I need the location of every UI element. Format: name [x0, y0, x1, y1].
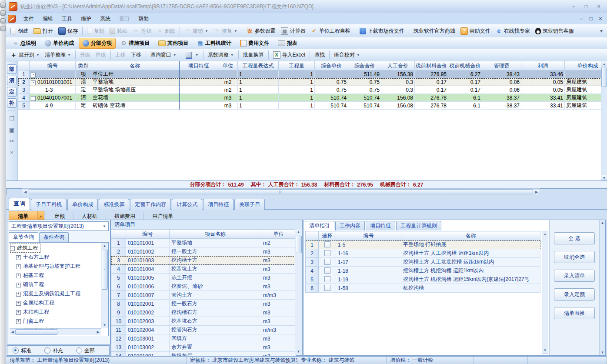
- tab-work-content[interactable]: 工作内容: [335, 221, 365, 230]
- voice-proofread-button[interactable]: 语音校对▼: [331, 50, 363, 60]
- scroll-left-icon[interactable]: ◀: [22, 190, 28, 194]
- move-down-button[interactable]: 下移: [128, 50, 144, 60]
- mdi-minimize-button[interactable]: –: [577, 16, 586, 22]
- list-item[interactable]: 8010102001挖一般石方m3: [111, 300, 296, 308]
- titlebar-close-button[interactable]: ×: [593, 3, 604, 10]
- tree-item[interactable]: +桩基工程: [10, 271, 101, 280]
- coefficient-adjust-button[interactable]: 系数调整▼: [205, 50, 237, 60]
- collapse-icon[interactable]: -: [31, 73, 36, 77]
- batch-conversion-button[interactable]: 批量换算: [240, 50, 267, 60]
- deselect-all-button[interactable]: 取消全选: [554, 251, 595, 263]
- tab-list-guide[interactable]: 清单指引: [305, 221, 334, 230]
- col-header[interactable]: 单位: [218, 61, 238, 70]
- scroll-thumb[interactable]: [296, 236, 302, 253]
- scroll-thumb[interactable]: |||: [29, 189, 533, 194]
- titlebar-minimize-button[interactable]: –: [568, 3, 579, 10]
- side-insert-quota-button[interactable]: 定: [7, 87, 17, 97]
- scroll-left-icon[interactable]: ◀: [10, 330, 15, 334]
- checkbox[interactable]: [324, 267, 330, 274]
- scroll-thumb[interactable]: ≡: [102, 250, 108, 290]
- tree-item[interactable]: +金属结构工程: [10, 298, 101, 307]
- side-cut-row-icon[interactable]: ✂: [7, 136, 17, 146]
- paste-button[interactable]: 粘贴: [107, 26, 130, 36]
- menu-help[interactable]: 帮助: [134, 13, 153, 24]
- scroll-up-icon[interactable]: ▲: [544, 231, 547, 237]
- save-button[interactable]: 保存: [56, 26, 80, 36]
- import-excel-button[interactable]: 导入Excel: [270, 50, 308, 60]
- list-item[interactable]: 10010102003挖基坑石方m3: [111, 317, 296, 326]
- col-header[interactable]: 项目名称: [170, 230, 261, 239]
- select-all-button[interactable]: 全 选: [554, 232, 595, 244]
- tab-subsection[interactable]: 分部分项: [79, 38, 116, 49]
- scroll-down-icon[interactable]: ▼: [601, 175, 607, 181]
- tab-measure-items[interactable]: 措施项目: [117, 38, 153, 49]
- scroll-right-icon[interactable]: ▶: [95, 330, 101, 334]
- grid-row[interactable]: 54-9定砖砌体 空花墙m311510.74510.74156.08276.78…: [18, 102, 601, 110]
- move-up-button[interactable]: 上移: [113, 50, 128, 60]
- replace-list-button[interactable]: 清单替换: [554, 307, 595, 319]
- scroll-down-icon[interactable]: ▼: [544, 347, 547, 353]
- tab-quota-work-content[interactable]: 定额工作内容: [130, 199, 171, 210]
- col-header[interactable]: 编号: [126, 230, 170, 239]
- create-button[interactable]: 创建: [8, 26, 31, 36]
- collapse-icon[interactable]: -: [31, 80, 36, 85]
- menu-file[interactable]: 文件: [19, 13, 38, 24]
- side-insert-list-item-button[interactable]: 清: [7, 76, 17, 85]
- guide-row[interactable]: 61-58机挖沟槽: [306, 284, 540, 293]
- checkbox[interactable]: [324, 285, 330, 291]
- col-header[interactable]: 类别: [76, 61, 91, 70]
- insert-quota-button[interactable]: 录入定额: [554, 288, 595, 301]
- grid-row[interactable]: 1-项单位工程11511.49156.38276.956.2738.4333.4…: [18, 70, 601, 78]
- organize-list-button[interactable]: 清单整理▼: [42, 50, 73, 60]
- tab-quantity-calc-rule[interactable]: 工程量计算规则: [396, 221, 441, 230]
- panel-vertical-scrollbar[interactable]: ▲ ▼: [599, 220, 605, 355]
- tab-condition-query[interactable]: 条件查询: [39, 232, 69, 242]
- expand-to-button[interactable]: 展开到▼: [8, 50, 42, 60]
- copy-button[interactable]: 复制: [84, 26, 107, 36]
- scroll-down-icon[interactable]: ▼: [103, 322, 107, 328]
- tab-other-items[interactable]: 其他项目: [154, 38, 192, 49]
- grid-vertical-scrollbar[interactable]: ▲ ▼: [601, 61, 607, 181]
- scroll-thumb[interactable]: [15, 329, 57, 335]
- tree-root[interactable]: -建筑工程: [10, 244, 40, 253]
- expand-icon[interactable]: +: [16, 283, 21, 287]
- tree-item[interactable]: +地基处理与边坡支护工程: [10, 262, 101, 271]
- col-header[interactable]: 名称: [91, 61, 179, 70]
- insert-list-button[interactable]: 录入清单: [554, 270, 595, 282]
- tab-fee-file[interactable]: 费用文件: [236, 38, 273, 49]
- scroll-up-icon[interactable]: ▲: [601, 61, 607, 67]
- guide-row[interactable]: 41-18挖沟槽土方 机挖沟槽 运距1km以内: [306, 267, 540, 275]
- tab-query[interactable]: 查 询: [9, 198, 30, 210]
- checkbox[interactable]: [324, 250, 330, 256]
- expand-icon[interactable]: +: [16, 319, 21, 324]
- checkbox[interactable]: [324, 259, 330, 265]
- list-item[interactable]: 3010101003挖沟槽土方m3: [111, 256, 296, 265]
- scroll-down-icon[interactable]: ▼: [601, 350, 604, 355]
- col-header[interactable]: 工程量表达式: [238, 61, 279, 70]
- tab-price-composition[interactable]: 单价构成: [67, 199, 98, 210]
- tree-item[interactable]: +木结构工程: [10, 307, 101, 317]
- col-header[interactable]: 综合单价: [315, 61, 348, 70]
- list-item[interactable]: 2010101002挖一般土方m3: [111, 247, 296, 256]
- scroll-up-icon[interactable]: ▲: [297, 229, 300, 235]
- col-header[interactable]: 税前材料合价: [415, 61, 448, 70]
- menu-system[interactable]: 系统: [96, 13, 115, 24]
- mdi-restore-button[interactable]: □: [586, 16, 596, 22]
- side-delete-row-icon[interactable]: ×: [7, 147, 17, 157]
- tab-item-feature[interactable]: 项目特征: [203, 199, 233, 210]
- guide-row[interactable]: 11-5平整场地 打钎拍底: [306, 240, 540, 249]
- menu-edit[interactable]: 编辑: [38, 13, 57, 24]
- list-item[interactable]: 7010101007管沟土方m/m3: [111, 291, 296, 300]
- guide-row[interactable]: 51-19挖沟槽土方 机挖沟槽 运距15km以内(京建法[2017]27号: [306, 275, 540, 284]
- tree-item[interactable]: +土石方工程: [10, 253, 101, 262]
- fill-color-button[interactable]: ▼: [183, 50, 201, 59]
- tree-item[interactable]: +门窗工程: [10, 317, 101, 326]
- scroll-thumb[interactable]: [601, 68, 607, 87]
- checkbox[interactable]: [324, 276, 330, 282]
- official-mall-button[interactable]: 筑业软件官方商城: [411, 26, 458, 36]
- redo-button[interactable]: 恢复▼: [211, 26, 240, 36]
- list-item[interactable]: 13010103002余方弃置m3: [111, 343, 296, 352]
- menu-maintain[interactable]: 维护: [77, 13, 96, 24]
- expand-icon[interactable]: +: [16, 310, 21, 315]
- online-expert-button[interactable]: 在线找专家: [493, 26, 533, 36]
